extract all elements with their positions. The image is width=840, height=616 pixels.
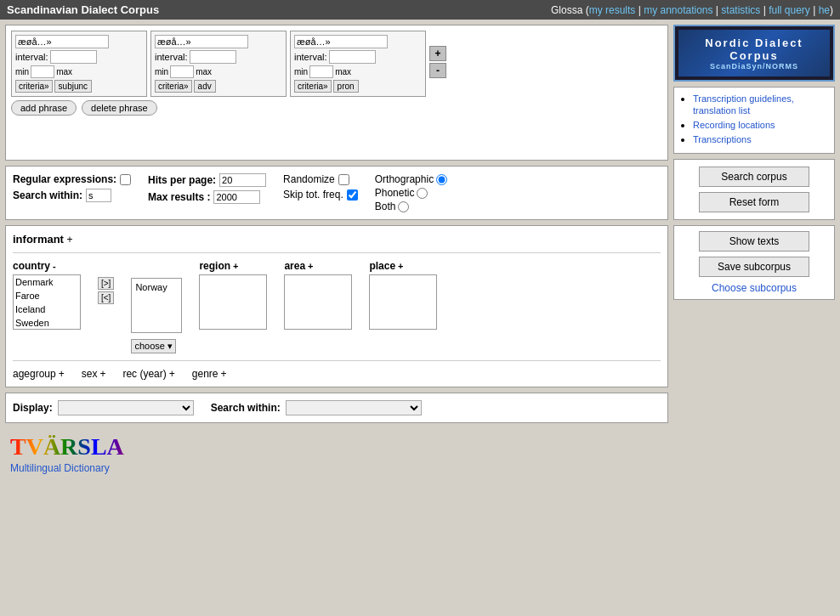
regular-expressions-label: Regular expressions: [13,173,116,185]
search-within-display-row: Search within: [211,400,422,415]
token-3-header-input[interactable] [294,35,388,48]
country-iceland[interactable]: Iceland [14,302,80,316]
skip-freq-checkbox[interactable] [347,189,358,201]
recording-locations-link[interactable]: Recording locations [693,120,775,130]
divider-1 [13,252,661,253]
search-options-panel: Regular expressions: Search within: Hits… [5,166,668,220]
token-1-min[interactable] [31,65,54,78]
transcriptions-link[interactable]: Transcriptions [693,134,752,144]
max-results-input[interactable] [213,190,260,204]
delete-phrase-btn[interactable]: delete phrase [82,100,157,116]
hits-per-page-input[interactable] [219,173,266,187]
both-row: Both [375,201,447,212]
country-faroe[interactable]: Faroe [14,289,80,302]
search-within-select[interactable] [286,400,422,415]
both-label: Both [375,201,396,212]
country-listbox[interactable]: Denmark Faroe Iceland Sweden [13,274,81,330]
token-3-interval-input[interactable] [329,50,376,64]
criteria-btn-2[interactable]: criteria» [155,80,192,93]
rec-year-plus-btn[interactable]: + [169,368,175,380]
choose-label: choose [134,341,164,351]
criteria-btn-1[interactable]: criteria» [15,80,53,93]
statistics-link[interactable]: statistics [721,4,760,16]
token-3-criteria: criteria» pron [294,80,422,93]
min-label-3: min [294,67,308,76]
country-minus-btn[interactable]: - [53,261,56,271]
search-within-row: Search within: [13,189,131,202]
max-label-2: max [196,67,212,76]
token-1-header-input[interactable] [15,35,109,48]
move-left-btn[interactable]: [<] [98,291,114,304]
informant-add-btn[interactable]: + [67,234,73,246]
token-3-min[interactable] [309,65,333,78]
region-listbox[interactable] [199,274,267,330]
multilingual-dict-link[interactable]: Multilingual Dictionary [10,462,830,474]
show-texts-btn[interactable]: Show texts [699,231,809,251]
region-col: region + [199,260,267,330]
place-listbox[interactable] [369,274,437,330]
token-type-btn-2[interactable]: adv [194,80,216,93]
token-3-header [294,35,422,48]
token-2-criteria: criteria» adv [155,80,282,93]
token-type-btn-3[interactable]: pron [333,80,359,93]
selected-country-col: Norway choose ▾ [131,260,182,353]
regular-expressions-checkbox[interactable] [120,174,131,185]
token-2-header-input[interactable] [155,35,248,48]
informant-label: informant [13,233,64,246]
orthographic-radio[interactable] [436,174,447,185]
both-radio[interactable] [398,201,409,212]
opt-group-2: Hits per page: Max results : [148,173,266,204]
country-denmark[interactable]: Denmark [14,275,80,289]
place-plus-btn[interactable]: + [398,261,403,271]
region-plus-btn[interactable]: + [233,261,238,271]
phonetic-label: Phonetic [375,187,415,199]
transcription-guidelines-link[interactable]: Transcription guidelines, translation li… [693,93,794,116]
remove-token-btn[interactable]: - [429,63,446,78]
token-3: interval: min max criteria» pron [290,31,426,97]
genre-item: genre + [192,368,227,380]
opt-group-3: Randomize Skip tot. freq. [283,173,358,201]
search-within-display-label: Search within: [211,402,281,414]
add-token-btn[interactable]: + [429,46,446,61]
links-list: Transcription guidelines, translation li… [679,93,829,145]
logo-line1: Nordic Dialect Corpus [678,37,830,62]
choose-btn[interactable]: choose ▾ [131,339,176,353]
country-sweden[interactable]: Sweden [14,316,80,330]
token-2-min[interactable] [170,65,194,78]
agegroup-plus-btn[interactable]: + [59,368,65,380]
save-subcorpus-btn[interactable]: Save subcorpus [699,257,809,277]
norway-list: Norway [131,278,182,333]
token-1-minmax: min max [15,65,143,78]
opt-group-1: Regular expressions: Search within: [13,173,131,202]
area-plus-btn[interactable]: + [308,261,313,271]
add-phrase-btn[interactable]: add phrase [11,100,77,116]
search-corpus-btn[interactable]: Search corpus [699,167,809,187]
display-select[interactable] [58,400,194,415]
interval-label-3: interval: [294,52,327,62]
output-type-group: Orthographic Phonetic Both [375,173,447,212]
norway-item[interactable]: Norway [133,280,179,294]
my-annotations-link[interactable]: my annotations [644,4,712,16]
agegroup-label: agegroup [13,368,56,380]
sex-plus-btn[interactable]: + [99,368,105,380]
criteria-btn-3[interactable]: criteria» [294,80,332,93]
app-title: Scandinavian Dialect Corpus [7,3,159,16]
help-link[interactable]: he [819,4,830,16]
hits-per-page-row: Hits per page: [148,173,266,187]
my-results-link[interactable]: my results [589,4,636,16]
token-type-btn-1[interactable]: subjunc [54,80,92,93]
area-listbox[interactable] [284,274,352,330]
randomize-checkbox[interactable] [338,174,349,185]
token-2-interval-row: interval: [155,50,282,64]
phonetic-radio[interactable] [417,188,428,199]
reset-form-btn[interactable]: Reset form [699,192,809,212]
full-query-link[interactable]: full query [769,4,810,16]
genre-plus-btn[interactable]: + [221,368,227,380]
token-2-interval-input[interactable] [190,50,236,64]
choose-subcorpus-link[interactable]: Choose subcorpus [712,282,797,294]
token-1-interval-input[interactable] [50,50,97,64]
randomize-label: Randomize [283,173,335,185]
move-right-btn[interactable]: [>] [98,277,114,290]
token-1: interval: min max criteria» subjunc [11,31,147,97]
search-within-input[interactable] [86,189,111,202]
